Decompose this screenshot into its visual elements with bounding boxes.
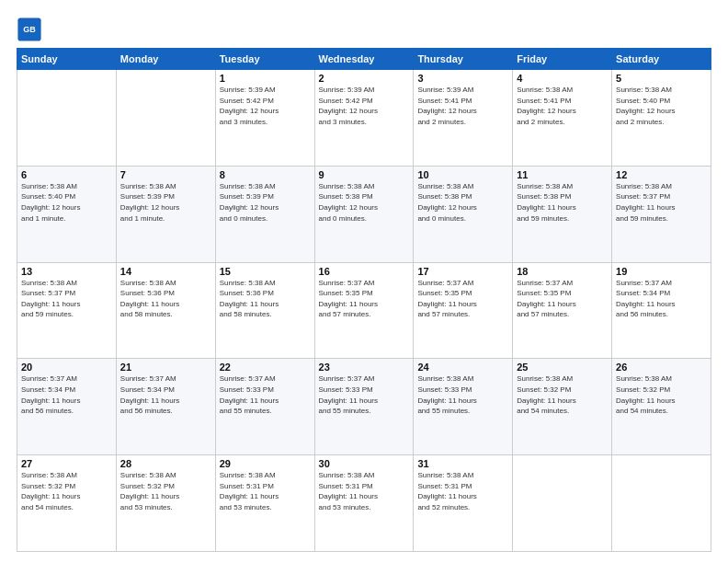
calendar-cell: 12Sunrise: 5:38 AM Sunset: 5:37 PM Dayli… bbox=[612, 166, 711, 262]
day-info: Sunrise: 5:38 AM Sunset: 5:31 PM Dayligh… bbox=[220, 470, 311, 512]
day-info: Sunrise: 5:38 AM Sunset: 5:41 PM Dayligh… bbox=[517, 85, 608, 127]
calendar-cell: 26Sunrise: 5:38 AM Sunset: 5:32 PM Dayli… bbox=[612, 359, 711, 455]
day-number: 3 bbox=[417, 73, 508, 84]
weekday-header: Sunday bbox=[17, 49, 117, 70]
day-info: Sunrise: 5:38 AM Sunset: 5:33 PM Dayligh… bbox=[417, 373, 508, 416]
calendar-cell: 9Sunrise: 5:38 AM Sunset: 5:38 PM Daylig… bbox=[314, 166, 414, 262]
day-number: 5 bbox=[616, 73, 707, 84]
day-info: Sunrise: 5:37 AM Sunset: 5:35 PM Dayligh… bbox=[417, 278, 508, 320]
day-info: Sunrise: 5:37 AM Sunset: 5:35 PM Dayligh… bbox=[517, 278, 608, 320]
day-number: 21 bbox=[120, 362, 211, 373]
day-number: 4 bbox=[517, 73, 608, 84]
day-number: 2 bbox=[319, 73, 410, 84]
weekday-header: Friday bbox=[513, 49, 612, 70]
calendar-cell: 16Sunrise: 5:37 AM Sunset: 5:35 PM Dayli… bbox=[314, 262, 414, 359]
weekday-header: Thursday bbox=[414, 49, 513, 70]
weekday-header: Wednesday bbox=[314, 49, 414, 70]
svg-text:GB: GB bbox=[23, 25, 36, 34]
calendar-cell: 18Sunrise: 5:37 AM Sunset: 5:35 PM Dayli… bbox=[513, 262, 612, 359]
calendar-cell: 13Sunrise: 5:38 AM Sunset: 5:37 PM Dayli… bbox=[17, 262, 117, 359]
day-info: Sunrise: 5:38 AM Sunset: 5:31 PM Dayligh… bbox=[319, 470, 410, 512]
calendar-cell: 15Sunrise: 5:38 AM Sunset: 5:36 PM Dayli… bbox=[215, 262, 314, 359]
day-info: Sunrise: 5:38 AM Sunset: 5:40 PM Dayligh… bbox=[21, 181, 112, 224]
day-number: 1 bbox=[220, 73, 311, 84]
day-info: Sunrise: 5:38 AM Sunset: 5:32 PM Dayligh… bbox=[120, 470, 211, 512]
day-info: Sunrise: 5:38 AM Sunset: 5:36 PM Dayligh… bbox=[120, 278, 211, 320]
day-number: 28 bbox=[120, 458, 211, 469]
calendar-cell: 31Sunrise: 5:38 AM Sunset: 5:31 PM Dayli… bbox=[414, 455, 513, 552]
day-info: Sunrise: 5:37 AM Sunset: 5:34 PM Dayligh… bbox=[120, 373, 211, 416]
calendar-week-row: 13Sunrise: 5:38 AM Sunset: 5:37 PM Dayli… bbox=[17, 262, 711, 359]
day-info: Sunrise: 5:37 AM Sunset: 5:34 PM Dayligh… bbox=[21, 373, 112, 416]
logo-icon: GB bbox=[17, 17, 42, 42]
calendar-week-row: 27Sunrise: 5:38 AM Sunset: 5:32 PM Dayli… bbox=[17, 455, 711, 552]
day-info: Sunrise: 5:38 AM Sunset: 5:32 PM Dayligh… bbox=[517, 373, 608, 416]
calendar-cell: 5Sunrise: 5:38 AM Sunset: 5:40 PM Daylig… bbox=[612, 70, 711, 167]
calendar-cell: 20Sunrise: 5:37 AM Sunset: 5:34 PM Dayli… bbox=[17, 359, 117, 455]
day-number: 25 bbox=[517, 362, 608, 373]
day-number: 12 bbox=[616, 169, 707, 180]
day-number: 11 bbox=[517, 169, 608, 180]
calendar-cell: 25Sunrise: 5:38 AM Sunset: 5:32 PM Dayli… bbox=[513, 359, 612, 455]
calendar-cell: 27Sunrise: 5:38 AM Sunset: 5:32 PM Dayli… bbox=[17, 455, 117, 552]
day-info: Sunrise: 5:38 AM Sunset: 5:31 PM Dayligh… bbox=[417, 470, 508, 512]
calendar-header-row: SundayMondayTuesdayWednesdayThursdayFrid… bbox=[17, 49, 711, 70]
calendar-cell: 11Sunrise: 5:38 AM Sunset: 5:38 PM Dayli… bbox=[513, 166, 612, 262]
day-number: 8 bbox=[220, 169, 311, 180]
calendar-cell: 14Sunrise: 5:38 AM Sunset: 5:36 PM Dayli… bbox=[116, 262, 215, 359]
day-number: 15 bbox=[220, 266, 311, 277]
weekday-header: Monday bbox=[116, 49, 215, 70]
calendar-cell: 22Sunrise: 5:37 AM Sunset: 5:33 PM Dayli… bbox=[215, 359, 314, 455]
calendar-cell: 28Sunrise: 5:38 AM Sunset: 5:32 PM Dayli… bbox=[116, 455, 215, 552]
day-info: Sunrise: 5:37 AM Sunset: 5:33 PM Dayligh… bbox=[220, 373, 311, 416]
day-info: Sunrise: 5:38 AM Sunset: 5:37 PM Dayligh… bbox=[21, 278, 112, 320]
calendar-cell: 7Sunrise: 5:38 AM Sunset: 5:39 PM Daylig… bbox=[116, 166, 215, 262]
calendar-cell: 19Sunrise: 5:37 AM Sunset: 5:34 PM Dayli… bbox=[612, 262, 711, 359]
day-number: 9 bbox=[319, 169, 410, 180]
day-number: 19 bbox=[616, 266, 707, 277]
day-info: Sunrise: 5:38 AM Sunset: 5:32 PM Dayligh… bbox=[21, 470, 112, 512]
page: GB SundayMondayTuesdayWednesdayThursdayF… bbox=[0, 0, 728, 563]
day-number: 18 bbox=[517, 266, 608, 277]
day-info: Sunrise: 5:39 AM Sunset: 5:41 PM Dayligh… bbox=[417, 85, 508, 127]
day-info: Sunrise: 5:37 AM Sunset: 5:33 PM Dayligh… bbox=[319, 373, 410, 416]
calendar-cell: 3Sunrise: 5:39 AM Sunset: 5:41 PM Daylig… bbox=[414, 70, 513, 167]
calendar-week-row: 6Sunrise: 5:38 AM Sunset: 5:40 PM Daylig… bbox=[17, 166, 711, 262]
day-number: 27 bbox=[21, 458, 112, 469]
calendar-cell bbox=[513, 455, 612, 552]
day-info: Sunrise: 5:37 AM Sunset: 5:35 PM Dayligh… bbox=[319, 278, 410, 320]
calendar-week-row: 1Sunrise: 5:39 AM Sunset: 5:42 PM Daylig… bbox=[17, 70, 711, 167]
day-number: 17 bbox=[417, 266, 508, 277]
weekday-header: Saturday bbox=[612, 49, 711, 70]
day-info: Sunrise: 5:38 AM Sunset: 5:32 PM Dayligh… bbox=[616, 373, 707, 416]
calendar-cell: 21Sunrise: 5:37 AM Sunset: 5:34 PM Dayli… bbox=[116, 359, 215, 455]
day-info: Sunrise: 5:37 AM Sunset: 5:34 PM Dayligh… bbox=[616, 278, 707, 320]
day-info: Sunrise: 5:38 AM Sunset: 5:38 PM Dayligh… bbox=[417, 181, 508, 224]
weekday-header: Tuesday bbox=[215, 49, 314, 70]
day-number: 14 bbox=[120, 266, 211, 277]
day-info: Sunrise: 5:38 AM Sunset: 5:37 PM Dayligh… bbox=[616, 181, 707, 224]
header: GB bbox=[17, 17, 711, 42]
day-info: Sunrise: 5:38 AM Sunset: 5:40 PM Dayligh… bbox=[616, 85, 707, 127]
calendar-cell: 29Sunrise: 5:38 AM Sunset: 5:31 PM Dayli… bbox=[215, 455, 314, 552]
calendar-body: 1Sunrise: 5:39 AM Sunset: 5:42 PM Daylig… bbox=[17, 70, 711, 552]
day-info: Sunrise: 5:38 AM Sunset: 5:36 PM Dayligh… bbox=[220, 278, 311, 320]
calendar-cell bbox=[116, 70, 215, 167]
logo: GB bbox=[17, 17, 46, 42]
day-number: 7 bbox=[120, 169, 211, 180]
calendar-cell: 4Sunrise: 5:38 AM Sunset: 5:41 PM Daylig… bbox=[513, 70, 612, 167]
day-number: 24 bbox=[417, 362, 508, 373]
calendar-cell bbox=[612, 455, 711, 552]
calendar-cell bbox=[17, 70, 117, 167]
day-number: 13 bbox=[21, 266, 112, 277]
day-number: 22 bbox=[220, 362, 311, 373]
calendar-week-row: 20Sunrise: 5:37 AM Sunset: 5:34 PM Dayli… bbox=[17, 359, 711, 455]
day-number: 26 bbox=[616, 362, 707, 373]
day-info: Sunrise: 5:38 AM Sunset: 5:38 PM Dayligh… bbox=[319, 181, 410, 224]
calendar-cell: 23Sunrise: 5:37 AM Sunset: 5:33 PM Dayli… bbox=[314, 359, 414, 455]
day-number: 6 bbox=[21, 169, 112, 180]
calendar-table: SundayMondayTuesdayWednesdayThursdayFrid… bbox=[17, 48, 711, 552]
calendar-cell: 8Sunrise: 5:38 AM Sunset: 5:39 PM Daylig… bbox=[215, 166, 314, 262]
day-number: 10 bbox=[417, 169, 508, 180]
calendar-cell: 24Sunrise: 5:38 AM Sunset: 5:33 PM Dayli… bbox=[414, 359, 513, 455]
